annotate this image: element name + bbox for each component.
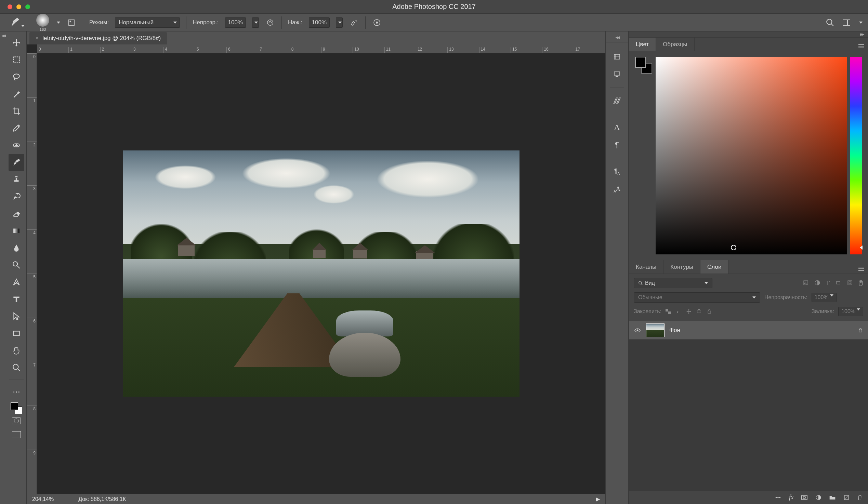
quick-mask-icon[interactable]	[9, 414, 24, 428]
filter-type-icon[interactable]: T	[826, 280, 830, 287]
link-layers-icon[interactable]	[775, 495, 782, 500]
foreground-background-colors[interactable]	[11, 402, 22, 414]
layer-style-icon[interactable]: fx	[789, 494, 794, 501]
brush-tool[interactable]	[9, 154, 24, 171]
rectangle-tool[interactable]	[9, 325, 24, 342]
eyedropper-tool[interactable]	[9, 120, 24, 137]
tab-layers[interactable]: Слои	[700, 260, 728, 274]
type-tool[interactable]	[9, 291, 24, 308]
lock-all-icon[interactable]	[706, 309, 712, 314]
gradient-tool[interactable]	[9, 222, 24, 239]
healing-brush-tool[interactable]	[9, 137, 24, 154]
minimize-window-button[interactable]	[17, 4, 21, 9]
layers-footer: fx	[629, 490, 868, 504]
canvas[interactable]	[37, 53, 605, 494]
airbrush-icon[interactable]	[349, 18, 359, 28]
history-brush-tool[interactable]	[9, 188, 24, 205]
blend-mode-select[interactable]: Обычные	[634, 292, 760, 303]
right-panels: ▶▶ Цвет Образцы Каналы Конт	[629, 31, 868, 504]
properties-panel-icon[interactable]	[609, 67, 624, 82]
character-styles-icon[interactable]: ¶A	[609, 164, 624, 179]
zoom-value[interactable]: 204,14%	[32, 496, 54, 502]
hue-slider[interactable]	[850, 57, 862, 254]
close-window-button[interactable]	[8, 4, 12, 9]
panel-menu-icon[interactable]	[858, 40, 864, 48]
dodge-tool[interactable]	[9, 256, 24, 274]
layer-mask-icon[interactable]	[801, 495, 808, 500]
blur-tool[interactable]	[9, 239, 24, 256]
filter-toggle-icon[interactable]	[858, 280, 863, 287]
layer-visibility-icon[interactable]	[634, 328, 641, 333]
chevron-down-icon[interactable]	[859, 22, 862, 24]
flow-step-button[interactable]	[336, 18, 343, 28]
pressure-size-icon[interactable]	[372, 18, 382, 28]
layer-lock-icon[interactable]	[858, 327, 863, 333]
arrange-documents-icon[interactable]	[841, 18, 851, 28]
screen-mode-icon[interactable]	[9, 428, 24, 441]
new-group-icon[interactable]	[829, 495, 836, 500]
eraser-tool[interactable]	[9, 205, 24, 222]
paragraph-styles-icon[interactable]: AA	[609, 181, 624, 197]
lock-transparency-icon[interactable]	[665, 309, 671, 314]
marquee-tool[interactable]	[9, 51, 24, 69]
adjustment-layer-icon[interactable]	[815, 494, 822, 501]
panel-menu-icon[interactable]	[858, 263, 864, 271]
tab-color[interactable]: Цвет	[629, 38, 656, 51]
search-icon[interactable]	[825, 18, 835, 28]
lock-position-icon[interactable]	[686, 309, 692, 314]
blend-mode-select[interactable]: Нормальный	[115, 18, 180, 28]
brush-preset-picker[interactable]: 163	[36, 14, 49, 31]
filter-adjustment-icon[interactable]	[814, 280, 820, 287]
status-menu-icon[interactable]: ▶	[596, 496, 600, 502]
hand-tool[interactable]	[9, 342, 24, 359]
character-panel-icon[interactable]: A	[609, 120, 624, 135]
horizontal-ruler[interactable]: 01234567891011121314151617	[37, 44, 605, 53]
crop-tool[interactable]	[9, 103, 24, 120]
titlebar: Adobe Photoshop CC 2017	[0, 0, 868, 14]
dock-collapse-icon[interactable]: ◀◀	[606, 37, 628, 42]
move-tool[interactable]	[9, 34, 24, 51]
fg-bg-mini-swatch[interactable]	[635, 57, 652, 74]
svg-point-26	[639, 281, 642, 284]
filter-smart-icon[interactable]	[847, 280, 853, 287]
layer-opacity-field[interactable]: 100%	[812, 293, 837, 302]
clone-stamp-tool[interactable]	[9, 171, 24, 188]
lasso-tool[interactable]	[9, 69, 24, 85]
panels-collapse-icon[interactable]: ▶▶	[860, 32, 863, 36]
delete-layer-icon[interactable]	[857, 494, 862, 501]
path-selection-tool[interactable]	[9, 308, 24, 325]
edit-toolbar-icon[interactable]: ⋯	[9, 383, 24, 400]
opacity-step-button[interactable]	[252, 18, 259, 28]
lock-artboard-icon[interactable]	[696, 309, 702, 314]
chevron-down-icon[interactable]	[57, 22, 60, 24]
filter-pixel-icon[interactable]	[803, 280, 809, 287]
left-edge-strip[interactable]: ◀◀	[0, 31, 6, 504]
zoom-tool[interactable]	[9, 359, 24, 376]
maximize-window-button[interactable]	[25, 4, 30, 9]
magic-wand-tool[interactable]	[9, 85, 24, 103]
pressure-opacity-icon[interactable]	[265, 18, 275, 28]
paragraph-panel-icon[interactable]: ¶	[609, 137, 624, 153]
layer-fill-field[interactable]: 100%	[838, 307, 863, 316]
tab-paths[interactable]: Контуры	[663, 260, 700, 274]
tab-channels[interactable]: Каналы	[629, 260, 663, 274]
tab-swatches[interactable]: Образцы	[656, 38, 694, 51]
color-field[interactable]	[655, 57, 847, 254]
layer-filter-select[interactable]: Вид	[634, 278, 712, 288]
filter-shape-icon[interactable]	[835, 280, 841, 287]
document-tab[interactable]: × letniy-otdyih-v-derevne.jpg @ 204% (RG…	[29, 32, 167, 44]
layer-name[interactable]: Фон	[669, 327, 680, 334]
layer-row[interactable]: Фон	[629, 321, 868, 339]
opacity-field[interactable]: 100%	[225, 18, 246, 28]
flow-field[interactable]: 100%	[309, 18, 330, 28]
glyphs-panel-icon[interactable]	[609, 93, 624, 108]
lock-image-icon[interactable]	[676, 309, 681, 314]
brush-panel-toggle-icon[interactable]	[66, 18, 76, 28]
vertical-ruler[interactable]: 0123456789	[27, 53, 37, 494]
new-layer-icon[interactable]	[844, 494, 849, 501]
pen-tool[interactable]	[9, 274, 24, 291]
svg-point-5	[356, 22, 357, 22]
history-panel-icon[interactable]	[609, 49, 624, 64]
current-tool-icon[interactable]	[10, 17, 21, 28]
close-tab-icon[interactable]: ×	[35, 35, 38, 41]
